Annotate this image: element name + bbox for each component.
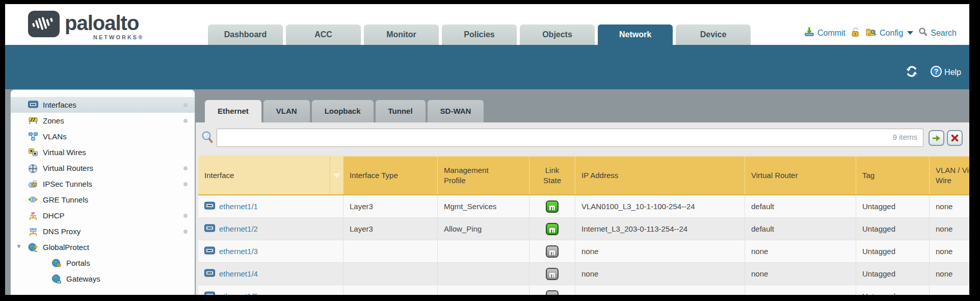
sort-dropdown-button[interactable] xyxy=(330,157,343,194)
tab-objects[interactable]: Objects xyxy=(520,24,595,45)
body-area: Interfaces Zones VLANs xyxy=(5,89,969,295)
tab-dashboard[interactable]: Dashboard xyxy=(208,24,283,45)
tab-device[interactable]: Device xyxy=(676,24,751,45)
tab-network[interactable]: Network xyxy=(598,24,673,45)
expander-triangle-icon[interactable]: ▼ xyxy=(16,243,22,250)
link-state-cell xyxy=(529,285,575,295)
interface-link[interactable]: ethernet1/4 xyxy=(219,269,258,278)
virtual-router-cell: none xyxy=(745,285,856,295)
ipsec-tunnels-icon xyxy=(28,180,38,189)
sidebar-item-ipsec-tunnels[interactable]: IPSec Tunnels xyxy=(11,176,195,192)
tab-monitor[interactable]: Monitor xyxy=(364,24,439,45)
link-state-up-icon xyxy=(546,200,559,213)
tab-tunnel[interactable]: Tunnel xyxy=(376,100,426,122)
commit-label: Commit xyxy=(817,29,845,38)
sidebar-item-dhcp[interactable]: IP DHCP xyxy=(11,208,195,223)
tab-vlan[interactable]: VLAN xyxy=(263,100,310,122)
tab-acc[interactable]: ACC xyxy=(286,24,361,45)
zones-icon xyxy=(28,116,38,126)
sidebar-item-label: GRE Tunnels xyxy=(43,195,88,204)
globalprotect-icon xyxy=(28,243,38,252)
link-state-cell xyxy=(529,263,575,285)
lock-button[interactable] xyxy=(851,27,860,39)
tab-loopback[interactable]: Loopback xyxy=(312,100,374,122)
interface-type-cell xyxy=(343,240,438,262)
management-profile-cell: Mgmt_Services xyxy=(438,195,529,217)
vlan-wire-cell: none xyxy=(930,285,969,295)
sidebar-item-zones[interactable]: Zones xyxy=(11,113,195,129)
table-row: ethernet1/2 Layer3 Allow_Ping Internet_L… xyxy=(198,218,969,240)
sidebar-item-dns-proxy[interactable]: DNS DNS Proxy xyxy=(11,223,195,239)
sidebar-item-interfaces[interactable]: Interfaces xyxy=(11,97,195,113)
ethernet-interface-icon xyxy=(204,224,215,234)
filter-row: 9 items xyxy=(196,129,969,147)
window-frame: paloalto NETWORKS® Dashboard ACC Monitor… xyxy=(0,0,980,301)
svg-text:IP: IP xyxy=(31,211,35,216)
table-header-row: Interface Interface Type Management Prof… xyxy=(198,156,969,195)
refresh-icon[interactable] xyxy=(905,65,919,80)
filter-search-icon xyxy=(201,131,215,147)
interface-cell: ethernet1/2 xyxy=(198,218,343,240)
help-icon: ? xyxy=(930,65,942,80)
commit-icon xyxy=(804,27,815,39)
interface-link[interactable]: ethernet1/5 xyxy=(219,292,258,295)
help-label: Help xyxy=(944,68,961,77)
tab-policies[interactable]: Policies xyxy=(442,24,517,45)
interface-type-cell: Layer3 xyxy=(343,218,438,240)
sidebar-item-label: DHCP xyxy=(43,211,65,220)
search-button[interactable]: Search xyxy=(918,27,957,39)
tab-sdwan[interactable]: SD-WAN xyxy=(428,100,484,122)
link-state-cell xyxy=(529,195,575,217)
vlan-wire-cell: none xyxy=(930,218,969,240)
column-header-tag[interactable]: Tag xyxy=(856,157,930,194)
column-header-interface-type[interactable]: Interface Type xyxy=(343,157,438,194)
table-row: ethernet1/5 none none Untagged none xyxy=(198,285,969,295)
table-row: ethernet1/1 Layer3 Mgmt_Services VLAN010… xyxy=(198,195,969,218)
sidebar-item-virtual-routers[interactable]: Virtual Routers xyxy=(11,160,195,176)
commit-button[interactable]: Commit xyxy=(804,27,845,39)
tab-ethernet[interactable]: Ethernet xyxy=(205,100,261,122)
interface-link[interactable]: ethernet1/1 xyxy=(219,202,258,211)
interface-link[interactable]: ethernet1/2 xyxy=(219,224,258,233)
search-label: Search xyxy=(931,29,957,38)
filter-input[interactable] xyxy=(217,129,923,147)
column-header-vlan-wire[interactable]: VLAN / Virtual Wire xyxy=(930,157,969,194)
virtual-router-cell: none xyxy=(745,263,856,285)
sidebar-item-globalprotect[interactable]: ▼ GlobalProtect xyxy=(11,239,195,255)
sidebar-item-gateways[interactable]: Gateways xyxy=(11,271,195,287)
tag-cell: Untagged xyxy=(856,285,930,295)
config-label: Config xyxy=(880,29,903,38)
config-menu[interactable]: Config xyxy=(865,27,913,39)
main-nav-tabs: Dashboard ACC Monitor Policies Objects N… xyxy=(208,24,751,45)
sidebar-item-label: GlobalProtect xyxy=(43,243,89,252)
app-screen: paloalto NETWORKS® Dashboard ACC Monitor… xyxy=(5,4,969,295)
link-state-down-icon xyxy=(546,245,559,258)
interface-type-tabs: Ethernet VLAN Loopback Tunnel SD-WAN xyxy=(205,100,484,122)
column-header-virtual-router[interactable]: Virtual Router xyxy=(745,157,856,194)
virtual-router-cell: default xyxy=(745,218,856,240)
apply-filter-button[interactable] xyxy=(929,130,944,146)
column-header-ip-address[interactable]: IP Address xyxy=(575,157,745,194)
content-panel: 9 items xyxy=(196,122,969,295)
sidebar-item-portals[interactable]: Portals xyxy=(11,255,195,271)
sidebar-item-gre-tunnels[interactable]: GRE Tunnels xyxy=(11,192,195,208)
interface-cell: ethernet1/3 xyxy=(198,240,343,262)
column-header-interface[interactable]: Interface xyxy=(198,157,330,194)
clear-filter-button[interactable] xyxy=(947,130,963,146)
column-header-link-state[interactable]: Link State xyxy=(529,157,575,194)
virtual-router-cell: default xyxy=(745,195,856,217)
sidebar-item-virtual-wires[interactable]: Virtual Wires xyxy=(11,144,195,160)
gateways-icon xyxy=(51,274,62,284)
sidebar-item-label: Portals xyxy=(66,259,90,267)
help-button[interactable]: ? Help xyxy=(930,65,961,80)
interface-link[interactable]: ethernet1/3 xyxy=(219,247,258,256)
vlans-icon xyxy=(28,132,38,141)
column-header-management-profile[interactable]: Management Profile xyxy=(438,157,529,194)
virtual-wires-icon xyxy=(28,148,38,157)
main-content: Ethernet VLAN Loopback Tunnel SD-WAN xyxy=(196,89,969,295)
sidebar-dot xyxy=(183,182,188,186)
sidebar-item-vlans[interactable]: VLANs xyxy=(11,129,195,144)
green-arrow-icon xyxy=(932,135,941,142)
ethernet-interface-icon xyxy=(204,269,215,279)
sidebar-dot xyxy=(183,230,188,234)
